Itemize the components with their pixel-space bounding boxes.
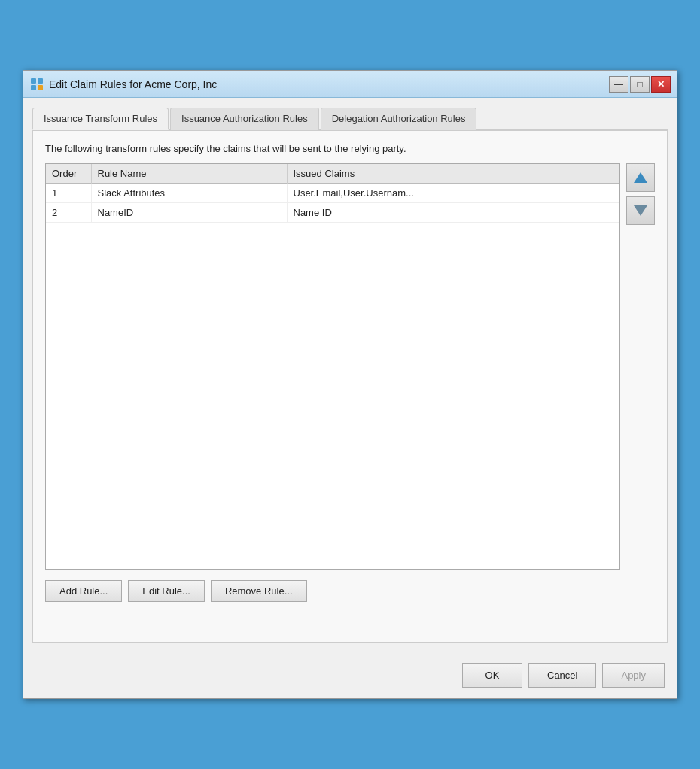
tab-delegation-auth[interactable]: Delegation Authorization Rules [321,108,477,130]
footer: OK Cancel Apply [23,652,677,698]
minimize-button[interactable]: — [609,76,628,93]
window-title: Edit Claim Rules for Acme Corp, Inc [49,78,217,90]
table-row[interactable]: 1 Slack Attributes User.Email,User.Usern… [46,184,619,203]
close-button[interactable]: ✕ [651,76,671,93]
tab-issuance-auth[interactable]: Issuance Authorization Rules [170,108,319,130]
title-buttons: — □ ✕ [609,76,671,93]
svg-rect-0 [31,78,36,84]
cancel-button[interactable]: Cancel [528,663,596,688]
apply-button[interactable]: Apply [602,663,665,688]
col-rule-name: Rule Name [91,164,287,184]
table-row[interactable]: 2 NameID Name ID [46,203,619,223]
cell-order-1: 1 [46,184,91,203]
title-bar-left: Edit Claim Rules for Acme Corp, Inc [29,77,217,92]
side-arrow-buttons [626,163,655,570]
rules-table: Order Rule Name Issued Claims 1 Slack At… [46,164,619,223]
maximize-button[interactable]: □ [630,76,650,93]
add-rule-button[interactable]: Add Rule... [45,580,122,602]
edit-rule-button[interactable]: Edit Rule... [128,580,205,602]
svg-rect-3 [38,85,43,90]
window-body: Issuance Transform Rules Issuance Author… [23,98,677,652]
remove-rule-button[interactable]: Remove Rule... [211,580,307,602]
rules-container: Order Rule Name Issued Claims 1 Slack At… [45,163,655,570]
svg-rect-1 [38,78,43,84]
cell-rule-name-2: NameID [91,203,287,223]
svg-rect-2 [31,85,36,90]
title-bar: Edit Claim Rules for Acme Corp, Inc — □ … [23,71,677,98]
cell-issued-claims-1: User.Email,User.Usernam... [287,184,619,203]
action-buttons: Add Rule... Edit Rule... Remove Rule... [45,580,655,602]
arrow-up-icon [634,172,647,183]
tab-content-area: The following transform rules specify th… [32,131,668,643]
cell-order-2: 2 [46,203,91,223]
move-down-button[interactable] [626,196,655,225]
table-header-row: Order Rule Name Issued Claims [46,164,619,184]
tab-description: The following transform rules specify th… [45,143,655,154]
col-issued-claims: Issued Claims [287,164,619,184]
main-window: Edit Claim Rules for Acme Corp, Inc — □ … [23,70,677,699]
col-order: Order [46,164,91,184]
arrow-down-icon [634,205,647,216]
move-up-button[interactable] [626,163,655,192]
tab-issuance-transform[interactable]: Issuance Transform Rules [32,108,169,130]
tab-bar: Issuance Transform Rules Issuance Author… [32,107,668,131]
app-icon [29,77,44,92]
ok-button[interactable]: OK [462,663,522,688]
cell-rule-name-1: Slack Attributes [91,184,287,203]
rules-table-wrapper: Order Rule Name Issued Claims 1 Slack At… [45,163,620,570]
cell-issued-claims-2: Name ID [287,203,619,223]
